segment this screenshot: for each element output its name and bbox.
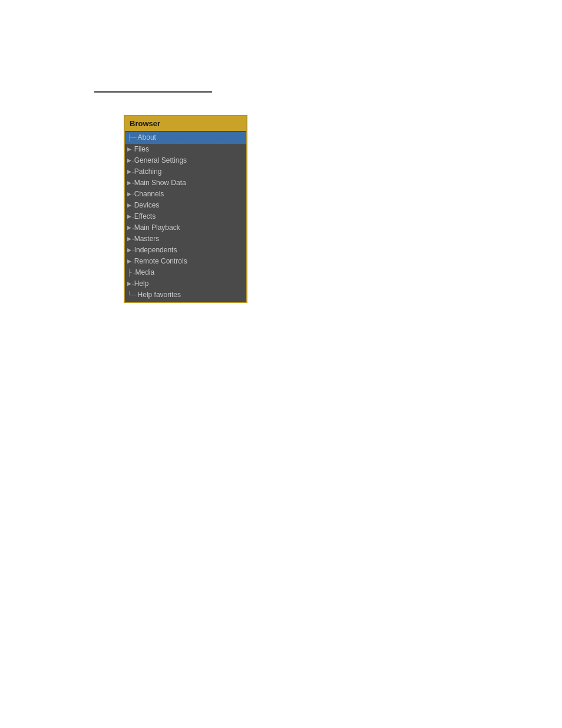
browser-item-effects[interactable]: ▶ - Effects	[125, 211, 246, 222]
arrow-icon-devices: ▶	[127, 200, 131, 210]
item-label-about: About	[138, 133, 156, 143]
item-label-devices: Devices	[134, 200, 160, 210]
tree-connector-about: ├─	[127, 133, 137, 143]
browser-item-independents[interactable]: ▶ - Independents	[125, 245, 246, 256]
item-label-channels: Channels	[134, 189, 164, 199]
browser-item-general-settings[interactable]: ▶ - General Settings	[125, 155, 246, 166]
arrow-icon-general-settings: ▶	[127, 156, 131, 166]
item-label-main-playback: Main Playback	[134, 223, 180, 233]
item-label-help-favorites: Help favorites	[138, 290, 181, 300]
browser-item-main-show-data[interactable]: ▶ - Main Show Data	[125, 177, 246, 189]
arrow-icon-effects: ▶	[127, 212, 131, 222]
item-label-remote-controls: Remote Controls	[134, 256, 187, 266]
tree-connector-media: ├	[127, 268, 132, 278]
arrow-icon-patching: ▶	[127, 167, 131, 177]
arrow-icon-remote-controls: ▶	[127, 256, 131, 266]
browser-panel: Browser ├─ About ▶ - Files ▶ - General S…	[124, 115, 247, 303]
item-label-independents: Independents	[134, 245, 177, 255]
page-container: Browser ├─ About ▶ - Files ▶ - General S…	[0, 0, 562, 728]
tree-connector-help-favorites: └─	[127, 290, 137, 300]
arrow-icon-main-playback: ▶	[127, 223, 131, 233]
browser-item-media[interactable]: ├ - Media	[125, 267, 246, 278]
item-label-general-settings: General Settings	[134, 156, 187, 166]
browser-item-channels[interactable]: ▶ - Channels	[125, 189, 246, 200]
browser-item-about[interactable]: ├─ About	[125, 132, 246, 144]
browser-item-masters[interactable]: ▶ - Masters	[125, 233, 246, 245]
item-label-main-show-data: Main Show Data	[134, 178, 186, 188]
arrow-icon-files: ▶	[127, 144, 131, 154]
arrow-icon-help: ▶	[127, 279, 131, 289]
arrow-icon-independents: ▶	[127, 245, 131, 255]
browser-item-files[interactable]: ▶ - Files	[125, 144, 246, 155]
item-label-effects: Effects	[134, 212, 156, 222]
item-label-files: Files	[134, 144, 149, 154]
item-label-masters: Masters	[134, 234, 160, 244]
arrow-icon-masters: ▶	[127, 234, 131, 244]
browser-item-remote-controls[interactable]: ▶ - Remote Controls	[125, 256, 246, 267]
item-label-media: Media	[135, 268, 154, 278]
browser-item-help[interactable]: ▶ - Help	[125, 278, 246, 289]
browser-item-devices[interactable]: ▶ - Devices	[125, 200, 246, 211]
browser-list: ├─ About ▶ - Files ▶ - General Settings …	[125, 131, 246, 302]
browser-item-help-favorites[interactable]: └─ Help favorites	[125, 289, 246, 301]
browser-item-patching[interactable]: ▶ - Patching	[125, 166, 246, 177]
item-label-help: Help	[134, 279, 149, 289]
arrow-icon-main-show-data: ▶	[127, 178, 131, 188]
horizontal-rule	[94, 91, 212, 93]
browser-item-main-playback[interactable]: ▶ - Main Playback	[125, 222, 246, 233]
item-label-patching: Patching	[134, 167, 162, 177]
browser-header: Browser	[125, 116, 246, 131]
arrow-icon-channels: ▶	[127, 189, 131, 199]
